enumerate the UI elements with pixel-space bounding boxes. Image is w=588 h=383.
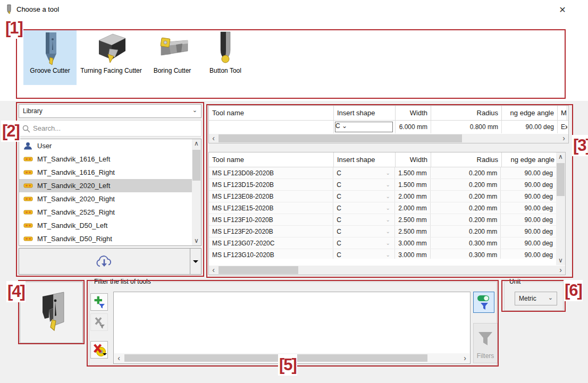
insert-shape-dropdown[interactable]: C ⌄ bbox=[335, 122, 393, 132]
filters-button-label: Filters bbox=[474, 352, 497, 360]
library-item[interactable]: MT_Sandvik_D50_Right bbox=[19, 232, 201, 245]
add-filter-icon bbox=[93, 296, 106, 309]
width-cell: 1.500 mm bbox=[395, 167, 431, 178]
library-list-scrollbar[interactable]: ∧ ∨ bbox=[192, 139, 201, 245]
table-row[interactable]: MS LF123F10-2020BC⌄2.500 mm0.200 mm90.00… bbox=[209, 214, 557, 226]
download-options-dropdown[interactable] bbox=[190, 249, 201, 274]
tool-type-boring-cutter[interactable]: Boring Cutter bbox=[146, 30, 199, 85]
library-item[interactable]: MT_Sandvik_2020_Left bbox=[19, 179, 201, 192]
library-item-label: MT_Sandvik_1616_Right bbox=[37, 168, 115, 176]
unit-value: Metric bbox=[519, 295, 536, 302]
spec-table-hscrollbar[interactable]: ‹ › bbox=[209, 134, 568, 143]
width-cell: 2.000 mm bbox=[395, 191, 431, 202]
chevron-down-icon: ⌄ bbox=[192, 107, 197, 114]
remove-filter-button[interactable] bbox=[90, 313, 108, 331]
groove-cutter-icon bbox=[32, 31, 68, 66]
scroll-right-icon[interactable]: › bbox=[460, 354, 469, 363]
tool-name-cell: MS LF123G07-2020C bbox=[209, 237, 333, 249]
table-row[interactable]: MS LF123D08-2020BC⌄1.500 mm0.200 mm90.00… bbox=[209, 167, 557, 179]
scroll-down-icon[interactable]: ∨ bbox=[192, 236, 201, 245]
filter-list[interactable]: ‹ › bbox=[113, 292, 471, 364]
scroll-right-icon[interactable]: › bbox=[559, 134, 568, 143]
col-edge-angle[interactable]: ng edge angle bbox=[502, 106, 558, 120]
library-item[interactable]: MT_Sandvik_D50_Left bbox=[19, 219, 201, 232]
col-radius[interactable]: Radius bbox=[431, 106, 502, 120]
edge-angle-cell: 90.00 deg bbox=[501, 191, 557, 202]
clear-filters-button[interactable] bbox=[90, 341, 108, 359]
edge-angle-cell: 90.00 deg bbox=[501, 179, 557, 190]
width-cell: 3.000 mm bbox=[395, 237, 431, 249]
scroll-left-icon[interactable]: ‹ bbox=[209, 266, 218, 275]
enable-filters-toggle-button[interactable] bbox=[473, 292, 494, 313]
table-row[interactable]: MS LF123E15-2020BC⌄2.000 mm0.200 mm90.00… bbox=[209, 202, 557, 214]
close-button[interactable]: ✕ bbox=[556, 4, 569, 16]
col-edge-angle[interactable]: ng edge angle bbox=[502, 152, 558, 167]
tool-name-filter-cell[interactable] bbox=[209, 121, 334, 133]
groove-cutter-preview-icon bbox=[29, 287, 74, 338]
scrollbar-thumb[interactable] bbox=[192, 150, 200, 181]
table-row[interactable]: MS LF123E08-2020BC⌄2.000 mm0.200 mm90.00… bbox=[209, 191, 557, 202]
scrollbar-thumb[interactable] bbox=[124, 354, 427, 362]
col-width[interactable]: Width bbox=[396, 152, 431, 167]
search-box bbox=[19, 120, 201, 137]
scroll-down-icon[interactable]: ∨ bbox=[556, 256, 565, 265]
width-cell: 2.500 mm bbox=[395, 214, 431, 225]
insert-shape-filter-cell: C ⌄ bbox=[334, 121, 396, 133]
scroll-left-icon[interactable]: ‹ bbox=[114, 354, 123, 363]
edge-angle-filter-cell[interactable]: 90.00 deg bbox=[502, 121, 558, 133]
scroll-right-icon[interactable]: › bbox=[556, 266, 565, 275]
tool-type-label: Turning Facing Cutter bbox=[77, 67, 146, 75]
width-cell: 2.500 mm bbox=[395, 226, 431, 237]
col-tool-name[interactable]: Tool name bbox=[209, 106, 334, 120]
tool-results-table: Tool name Insert shape Width Radius ng e… bbox=[208, 152, 566, 275]
radius-filter-cell[interactable]: 0.800 mm bbox=[431, 121, 502, 133]
add-filter-button[interactable] bbox=[90, 293, 108, 311]
results-vscrollbar[interactable]: ∧ ∨ bbox=[556, 152, 565, 265]
scroll-up-icon[interactable]: ∧ bbox=[556, 152, 565, 161]
search-input[interactable] bbox=[33, 122, 192, 134]
scrollbar-thumb[interactable] bbox=[557, 163, 565, 196]
col-insert-shape[interactable]: Insert shape bbox=[334, 152, 396, 167]
spec-filter-row: C ⌄ 6.000 mm 0.800 mm 90.00 deg Ext bbox=[209, 121, 568, 133]
filter-group-title: Filter the list of tools bbox=[93, 278, 153, 285]
col-tool-name[interactable]: Tool name bbox=[209, 152, 334, 167]
library-list: UserMT_Sandvik_1616_LeftMT_Sandvik_1616_… bbox=[19, 139, 201, 246]
radius-cell: 0.200 mm bbox=[431, 202, 501, 214]
chevron-down-icon: ⌄ bbox=[386, 228, 390, 234]
tool-name-cell: MS LF123F20-2020B bbox=[209, 226, 333, 237]
col-mount[interactable]: M bbox=[558, 106, 567, 120]
tool-name-cell: MS LF123F10-2020B bbox=[209, 214, 333, 225]
width-filter-cell[interactable]: 6.000 mm bbox=[396, 121, 431, 133]
insert-shape-cell: C⌄ bbox=[333, 179, 395, 190]
filters-button[interactable]: Filters bbox=[473, 323, 498, 363]
filter-funnel-icon bbox=[477, 331, 493, 347]
col-radius[interactable]: Radius bbox=[431, 152, 502, 167]
results-hscrollbar[interactable]: ‹ › bbox=[209, 266, 565, 275]
mount-filter-cell[interactable]: Ext bbox=[558, 121, 567, 133]
tool-type-turning-facing-cutter[interactable]: Turning Facing Cutter bbox=[77, 30, 146, 85]
tool-type-button-tool[interactable]: Button Tool bbox=[199, 30, 252, 85]
scrollbar-thumb[interactable] bbox=[219, 266, 298, 274]
library-item[interactable]: MT_Sandvik_2525_Right bbox=[19, 206, 201, 219]
unit-dropdown[interactable]: Metric ⌄ bbox=[515, 292, 557, 305]
scrollbar-thumb[interactable] bbox=[219, 134, 462, 142]
download-library-button[interactable] bbox=[19, 249, 189, 274]
scroll-left-icon[interactable]: ‹ bbox=[209, 134, 218, 143]
chevron-down-icon: ⌄ bbox=[386, 217, 390, 223]
tool-type-label: Button Tool bbox=[199, 67, 252, 75]
col-insert-shape[interactable]: Insert shape bbox=[334, 106, 396, 120]
table-row[interactable]: MS LF123F20-2020BC⌄2.500 mm0.200 mm90.00… bbox=[209, 226, 557, 237]
library-item[interactable]: MT_Sandvik_1616_Right bbox=[19, 166, 201, 179]
insert-shape-cell: C⌄ bbox=[333, 237, 395, 249]
tool-type-groove-cutter[interactable]: Groove Cutter bbox=[23, 30, 77, 85]
library-item[interactable]: MT_Sandvik_1616_Left bbox=[19, 152, 201, 166]
library-dropdown[interactable]: Library ⌄ bbox=[19, 104, 201, 118]
library-item[interactable]: MT_Sandvik_2020_Right bbox=[19, 192, 201, 206]
library-item[interactable]: User bbox=[19, 139, 201, 152]
table-row[interactable]: MS LF123D15-2020BC⌄1.500 mm0.200 mm90.00… bbox=[209, 179, 557, 191]
width-cell: 1.500 mm bbox=[395, 179, 431, 190]
table-row[interactable]: MS LF123G07-2020CC⌄3.000 mm0.300 mm90.00… bbox=[209, 237, 557, 249]
col-width[interactable]: Width bbox=[396, 106, 431, 120]
scroll-up-icon[interactable]: ∧ bbox=[192, 139, 201, 148]
table-row[interactable]: MS LF123G10-2020BC⌄3.000 mm0.300 mm90.00… bbox=[209, 249, 557, 259]
